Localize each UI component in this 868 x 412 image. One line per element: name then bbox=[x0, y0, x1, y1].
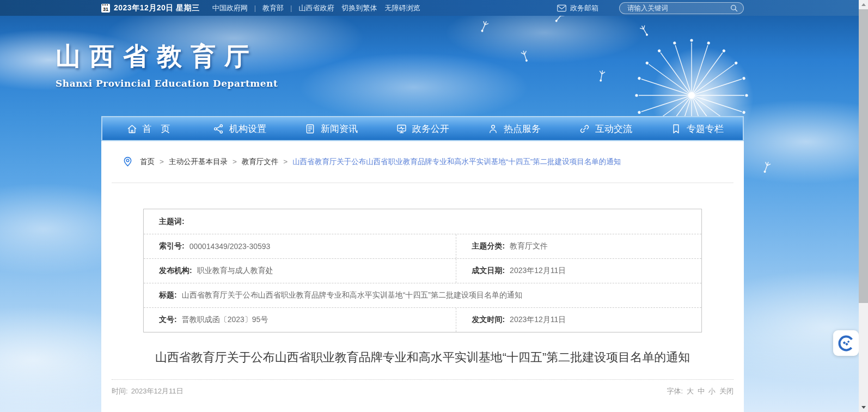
nav-item-gov-open[interactable]: 政务公开 bbox=[377, 117, 468, 140]
gov-open-icon bbox=[396, 123, 407, 135]
doc-title-value: 山西省教育厅关于公布山西省职业教育品牌专业和高水平实训基地“十四五”第二批建设项… bbox=[182, 290, 522, 300]
publish-time-value: 2023年12月11日 bbox=[131, 386, 184, 396]
breadcrumb-separator: > bbox=[160, 157, 164, 166]
breadcrumb: 首页 > 主动公开基本目录 > 教育厅文件 > 山西省教育厅关于公布山西省职业教… bbox=[101, 141, 744, 167]
nav-item-home[interactable]: 首 页 bbox=[102, 117, 194, 140]
gov-mailbox-link[interactable]: 政务邮箱 bbox=[557, 3, 598, 13]
table-row-subject-words: 主题词: bbox=[144, 209, 701, 234]
location-pin-icon bbox=[122, 156, 133, 167]
nav-label: 新闻资讯 bbox=[321, 123, 358, 135]
index-value: 000014349/2023-30593 bbox=[190, 242, 271, 251]
gov-links: 中国政府网 | 教育部 | 山西省政府 切换到繁体 无障碍浏览 bbox=[212, 3, 420, 13]
horizontal-divider bbox=[112, 183, 733, 183]
breadcrumb-separator: > bbox=[283, 157, 288, 166]
vertical-scrollbar[interactable] bbox=[859, 0, 868, 412]
article-title: 山西省教育厅关于公布山西省职业教育品牌专业和高水平实训基地“十四五”第二批建设项… bbox=[123, 349, 722, 366]
subject-words-label: 主题词: bbox=[159, 217, 185, 227]
doc-title-label: 标题: bbox=[159, 290, 177, 300]
nav-label: 热点服务 bbox=[504, 123, 541, 135]
top-utility-bar: 31 2023年12月20日 星期三 中国政府网 | 教育部 | 山西省政府 切… bbox=[0, 0, 868, 16]
magnifier-icon bbox=[729, 3, 739, 13]
site-banner: 山西省教育厅 Shanxi Provincial Education Depar… bbox=[0, 16, 868, 116]
nav-label: 互动交流 bbox=[595, 123, 632, 135]
date-written-value: 2023年12月11日 bbox=[510, 266, 566, 276]
publish-time-label: 时间: bbox=[112, 386, 128, 396]
nav-label: 首 页 bbox=[143, 123, 170, 135]
article-meta-bar: 时间: 2023年12月11日 字体: 大 中 小 关闭 bbox=[112, 379, 733, 396]
scrollbar-down-button[interactable] bbox=[859, 403, 868, 412]
link-shanxi-gov[interactable]: 山西省政府 bbox=[298, 3, 334, 13]
nav-label: 政务公开 bbox=[412, 123, 449, 135]
publisher-label: 发布机构: bbox=[159, 266, 192, 276]
close-button[interactable]: 关闭 bbox=[719, 386, 733, 396]
special-column-icon bbox=[670, 123, 682, 135]
nav-label: 机构设置 bbox=[229, 123, 266, 135]
scrollbar-thumb[interactable] bbox=[859, 9, 868, 303]
font-size-medium-button[interactable]: 中 bbox=[698, 386, 705, 396]
document-info-table: 主题词: 索引号: 000014349/2023-30593 主题分类: 教育厅… bbox=[143, 209, 702, 332]
site-subtitle: Shanxi Provincial Education Department bbox=[56, 78, 278, 89]
org-icon bbox=[213, 123, 224, 135]
font-size-label: 字体: bbox=[667, 386, 683, 396]
nav-item-hot-services[interactable]: 热点服务 bbox=[468, 117, 560, 140]
envelope-icon bbox=[557, 4, 566, 12]
site-logo[interactable]: 山西省教育厅 Shanxi Provincial Education Depar… bbox=[56, 40, 278, 89]
site-title: 山西省教育厅 bbox=[56, 40, 278, 74]
font-size-small-button[interactable]: 小 bbox=[708, 386, 716, 396]
nav-item-special-columns[interactable]: 专题专栏 bbox=[651, 117, 743, 140]
link-traditional-chinese[interactable]: 切换到繁体 bbox=[341, 3, 377, 13]
index-label: 索引号: bbox=[159, 241, 185, 251]
divider: | bbox=[254, 4, 256, 12]
arrow-down-icon bbox=[861, 406, 866, 409]
breadcrumb-separator: > bbox=[233, 157, 237, 166]
table-row-index: 索引号: 000014349/2023-30593 主题分类: 教育厅文件 bbox=[144, 234, 701, 258]
search-box bbox=[619, 2, 744, 14]
gov-service-logo-icon bbox=[838, 335, 855, 352]
search-button[interactable] bbox=[729, 3, 739, 13]
news-icon bbox=[304, 123, 316, 135]
breadcrumb-current[interactable]: 山西省教育厅关于公布山西省职业教育品牌专业和高水平实训基地“十四五”第二批建设项… bbox=[292, 157, 621, 167]
doc-number-label: 文号: bbox=[159, 315, 177, 325]
current-date: 2023年12月20日 星期三 bbox=[114, 3, 200, 13]
divider: | bbox=[290, 4, 292, 12]
link-ministry-of-education[interactable]: 教育部 bbox=[262, 3, 284, 13]
floating-service-widget[interactable] bbox=[833, 330, 859, 356]
breadcrumb-home[interactable]: 首页 bbox=[140, 157, 155, 167]
search-input[interactable] bbox=[627, 4, 729, 12]
arrow-up-icon bbox=[861, 3, 866, 6]
nav-label: 专题专栏 bbox=[687, 123, 724, 135]
hot-service-icon bbox=[487, 123, 499, 135]
mailbox-label: 政务邮箱 bbox=[570, 3, 598, 13]
table-row-publisher: 发布机构: 职业教育与成人教育处 成文日期: 2023年12月11日 bbox=[144, 258, 701, 283]
category-label: 主题分类: bbox=[472, 241, 505, 251]
breadcrumb-dept-files[interactable]: 教育厅文件 bbox=[242, 157, 279, 167]
scrollbar-up-button[interactable] bbox=[859, 0, 868, 9]
font-size-large-button[interactable]: 大 bbox=[687, 386, 694, 396]
nav-item-news[interactable]: 新闻资讯 bbox=[285, 117, 377, 140]
nav-item-organization[interactable]: 机构设置 bbox=[194, 117, 285, 140]
calendar-day: 31 bbox=[103, 7, 108, 13]
home-icon bbox=[126, 123, 138, 135]
interact-icon bbox=[579, 123, 590, 135]
calendar-icon: 31 bbox=[101, 4, 110, 13]
date-written-label: 成文日期: bbox=[472, 266, 505, 276]
table-row-doc-number: 文号: 晋教职成函〔2023〕95号 发文时间: 2023年12月11日 bbox=[144, 307, 701, 332]
category-value: 教育厅文件 bbox=[510, 241, 548, 251]
date-issued-label: 发文时间: bbox=[472, 315, 505, 325]
doc-number-value: 晋教职成函〔2023〕95号 bbox=[182, 315, 268, 325]
publisher-value: 职业教育与成人教育处 bbox=[197, 266, 273, 276]
link-china-gov[interactable]: 中国政府网 bbox=[212, 3, 248, 13]
content-panel: 首页 > 主动公开基本目录 > 教育厅文件 > 山西省教育厅关于公布山西省职业教… bbox=[101, 141, 744, 412]
date-issued-value: 2023年12月11日 bbox=[510, 315, 566, 325]
table-row-title: 标题: 山西省教育厅关于公布山西省职业教育品牌专业和高水平实训基地“十四五”第二… bbox=[144, 283, 701, 307]
nav-item-interaction[interactable]: 互动交流 bbox=[560, 117, 651, 140]
main-navigation: 首 页 机构设置 新闻资讯 政务公开 bbox=[101, 116, 744, 141]
breadcrumb-catalog[interactable]: 主动公开基本目录 bbox=[169, 157, 228, 167]
link-accessibility[interactable]: 无障碍浏览 bbox=[384, 3, 420, 13]
